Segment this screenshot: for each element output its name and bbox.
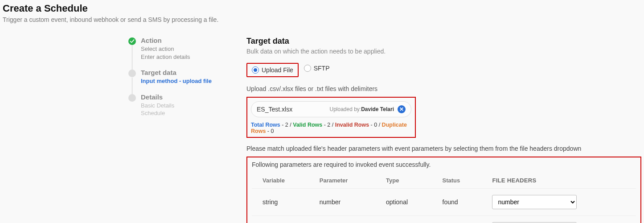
upload-block: ES_Test.xlsx Uploaded by:Davide Telari ✕… — [246, 97, 416, 138]
radio-sftp[interactable]: SFTP — [304, 65, 330, 72]
row-stats: Total Rows - 2 / Valid Rows - 2 / Invali… — [251, 122, 411, 134]
step-action[interactable]: Action Select action Enter action detail… — [128, 37, 233, 69]
radio-upload-file[interactable]: Upload File — [252, 66, 293, 74]
cell-parameter: name — [309, 216, 375, 223]
total-rows-label: Total Rows — [251, 122, 280, 128]
step-sub: Schedule — [141, 109, 233, 117]
col-status: Status — [432, 174, 482, 189]
page-subtitle: Trigger a custom event, inbound webhook … — [3, 16, 641, 23]
col-file-headers: FILE HEADERS — [481, 174, 636, 189]
section-subtitle: Bulk data on which the action needs to b… — [246, 48, 641, 55]
step-sub: Basic Details — [141, 102, 233, 110]
section-title: Target data — [246, 37, 641, 46]
upload-hint: Upload .csv/.xlsx files or .txt files wi… — [246, 85, 641, 92]
step-details[interactable]: Details Basic Details Schedule — [128, 93, 233, 125]
cell-variable: string — [252, 216, 309, 223]
cell-parameter: number — [309, 189, 375, 216]
close-icon[interactable]: ✕ — [398, 105, 406, 113]
invalid-rows-label: Invalid Rows — [335, 122, 369, 128]
file-name: ES_Test.xlsx — [257, 106, 292, 113]
radio-label: Upload File — [262, 66, 293, 74]
input-method-radio-group: Upload File — [246, 63, 299, 77]
step-title: Target data — [141, 69, 233, 76]
page-title: Create a Schedule — [3, 3, 641, 14]
cell-status: found — [432, 189, 482, 216]
uploaded-file-pill: ES_Test.xlsx Uploaded by:Davide Telari ✕ — [251, 101, 411, 117]
circle-icon — [128, 70, 136, 77]
col-variable: Variable — [252, 174, 309, 189]
col-type: Type — [375, 174, 432, 189]
table-row: stringnameoptionalfoundnumbername — [252, 216, 636, 223]
circle-icon — [128, 94, 136, 102]
cell-type: optional — [375, 216, 432, 223]
cell-file-header: numbername — [481, 216, 636, 223]
target-data-panel: Target data Bulk data on which the actio… — [246, 37, 641, 223]
step-sub: Select action — [141, 45, 233, 53]
params-intro: Following parameters are required to inv… — [252, 161, 636, 168]
uploaded-by-label: Uploaded by: — [329, 106, 361, 112]
valid-rows-value: 2 — [327, 122, 330, 128]
step-title: Action — [141, 37, 233, 44]
cell-variable: string — [252, 189, 309, 216]
step-title: Details — [141, 93, 233, 101]
cell-status: found — [432, 216, 482, 223]
check-icon — [128, 37, 136, 45]
file-header-select[interactable]: numbername — [492, 195, 577, 209]
radio-icon — [304, 65, 311, 72]
radio-icon — [252, 66, 259, 74]
params-block: Following parameters are required to inv… — [246, 157, 641, 223]
uploaded-by: Uploaded by:Davide Telari — [296, 106, 394, 112]
cell-file-header: numbername — [481, 189, 636, 216]
params-table: Variable Parameter Type Status FILE HEAD… — [252, 174, 636, 223]
uploaded-by-value: Davide Telari — [361, 106, 394, 112]
step-sub: Input method - upload file — [141, 77, 233, 85]
radio-label: SFTP — [314, 65, 330, 72]
stepper: Action Select action Enter action detail… — [3, 37, 233, 223]
valid-rows-label: Valid Rows — [293, 122, 322, 128]
step-target-data[interactable]: Target data Input method - upload file — [128, 69, 233, 93]
duplicate-rows-value: 0 — [271, 128, 274, 134]
cell-type: optional — [375, 189, 432, 216]
table-row: stringnumberoptionalfoundnumbername — [252, 189, 636, 216]
col-parameter: Parameter — [309, 174, 375, 189]
match-hint: Please match uploaded file's header para… — [246, 145, 641, 152]
total-rows-value: 2 — [285, 122, 288, 128]
step-sub: Enter action details — [141, 53, 233, 61]
invalid-rows-value: 0 — [374, 122, 377, 128]
